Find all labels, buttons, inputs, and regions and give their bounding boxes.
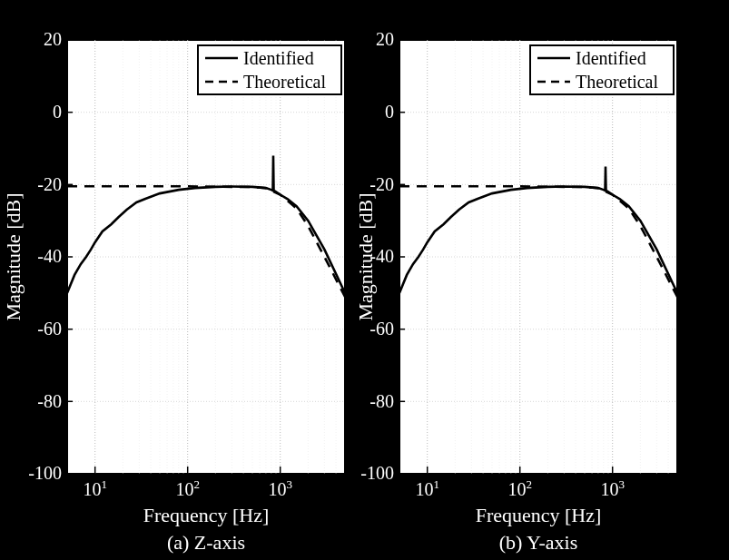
svg-text:102: 102: [507, 477, 532, 499]
svg-text:-100: -100: [28, 463, 62, 483]
subplot-a: Identified Theoretical: [67, 40, 345, 474]
subplot-b: Identified Theoretical: [399, 40, 677, 474]
svg-text:0: 0: [53, 102, 62, 122]
svg-text:101: 101: [415, 477, 439, 499]
svg-text:-100: -100: [360, 463, 394, 483]
svg-text:-60: -60: [37, 319, 62, 339]
svg-text:-20: -20: [369, 174, 394, 194]
svg-text:-40: -40: [37, 246, 62, 266]
yticklabels-a: 200-20 -40-60-80 -100: [28, 29, 62, 483]
subplot-label-b: (b) Y-axis: [499, 531, 578, 554]
subplot-label-a: (a) Z-axis: [167, 531, 245, 554]
chart-svg: Identified Theoretical: [0, 0, 729, 560]
figure: Identified Theoretical: [0, 0, 729, 560]
svg-text:-80: -80: [37, 391, 62, 411]
xticklabels-a: 101 102 103: [83, 477, 292, 499]
svg-text:-20: -20: [37, 174, 62, 194]
svg-text:0: 0: [385, 102, 394, 122]
legend-identified-a: Identified: [243, 48, 314, 68]
svg-text:20: 20: [376, 29, 394, 49]
legend-theoretical-b: Theoretical: [576, 72, 658, 92]
xticklabels-b: 101 102 103: [415, 477, 625, 499]
legend-identified-b: Identified: [576, 48, 646, 68]
legend-theoretical-a: Theoretical: [243, 72, 326, 92]
svg-text:-80: -80: [369, 391, 394, 411]
ylabel-a: Magnitude [dB]: [2, 192, 25, 320]
svg-text:102: 102: [175, 477, 200, 499]
svg-text:20: 20: [44, 29, 62, 49]
xlabel-a: Frequency [Hz]: [143, 504, 270, 526]
legend-a: Identified Theoretical: [198, 45, 341, 94]
svg-text:103: 103: [600, 477, 625, 499]
svg-text:101: 101: [83, 477, 107, 499]
legend-b: Identified Theoretical: [530, 45, 674, 94]
ylabel-b: Magnitude [dB]: [354, 192, 377, 320]
svg-text:103: 103: [268, 477, 292, 499]
xlabel-b: Frequency [Hz]: [476, 504, 602, 526]
